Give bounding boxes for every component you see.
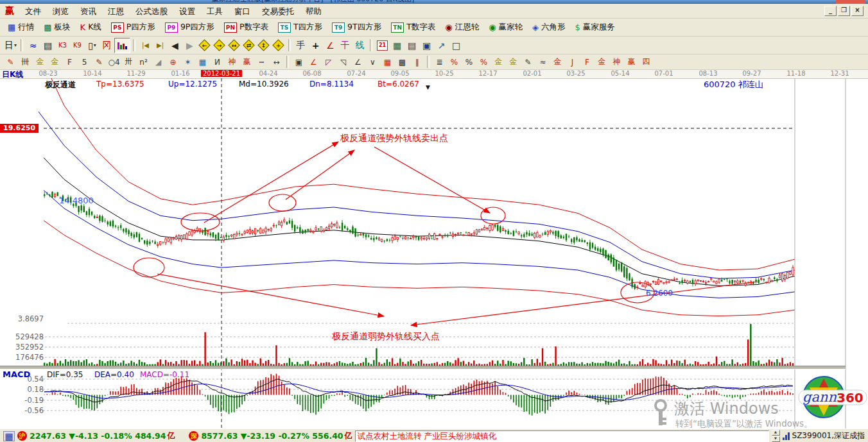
wave-channel-icon[interactable]: ≈ xyxy=(535,56,550,68)
period-day-dropdown[interactable]: 日▾ xyxy=(3,38,18,53)
menu-item-0[interactable]: 文件 xyxy=(19,5,47,17)
n-square-icon[interactable]: n² xyxy=(136,56,151,68)
shen-angle-icon[interactable]: 神 xyxy=(609,56,624,68)
notes-icon[interactable]: ▤ xyxy=(404,38,419,53)
t-number-button[interactable]: TNT数字表 xyxy=(386,21,440,34)
grid-box-icon[interactable]: ▦ xyxy=(195,56,210,68)
t-square-button[interactable]: TST四方形 xyxy=(273,21,327,34)
first-page-icon[interactable]: |◀ xyxy=(138,38,153,53)
cycle-circle-icon[interactable]: ○4 xyxy=(107,56,121,68)
close-button[interactable]: × xyxy=(851,6,864,16)
comb-ruler-icon[interactable]: 卌 xyxy=(18,56,33,68)
last-page-icon[interactable]: ▶| xyxy=(153,38,168,53)
brush-tool-icon[interactable]: ✎ xyxy=(3,56,18,68)
crosshair-icon[interactable]: + xyxy=(308,38,323,53)
restore-button[interactable]: ❐ xyxy=(838,6,850,16)
menu-item-8[interactable]: 交易委托 xyxy=(256,5,300,17)
ying-ruler-icon[interactable]: 赢 xyxy=(239,56,254,68)
next-icon[interactable]: ▶ xyxy=(182,38,197,53)
menu-item-3[interactable]: 江恩 xyxy=(102,5,130,17)
zigzag-lines-icon[interactable]: ∨ xyxy=(365,56,380,68)
fan-box-icon[interactable]: ◹ xyxy=(336,56,351,68)
workstation-icon[interactable]: □ xyxy=(449,38,464,53)
winner-wheel-button[interactable]: ◉赢家轮 xyxy=(484,21,527,34)
9p-square-button[interactable]: P99P四方形 xyxy=(161,21,219,34)
star-circle-icon[interactable]: ✶ xyxy=(180,56,195,68)
export-icon[interactable]: ↗ xyxy=(434,38,449,53)
zoom-v-diamond-icon[interactable]: ↕ xyxy=(256,38,271,53)
kline-button[interactable]: KK线 xyxy=(76,21,106,34)
pattern-box-icon[interactable]: 冈 xyxy=(100,38,114,53)
circle-cross-icon[interactable]: ⊕ xyxy=(166,56,180,68)
fan-purple-icon[interactable]: ◸ xyxy=(321,56,336,68)
scroll-right-diamond-icon[interactable]: → xyxy=(212,38,227,53)
menu-item-2[interactable]: 资讯 xyxy=(74,5,102,17)
percent-line-icon[interactable]: % xyxy=(447,56,462,68)
f10-info-icon[interactable]: ▤ xyxy=(40,38,55,53)
winner-service-button[interactable]: $赢家服务 xyxy=(570,21,619,34)
gold-angle2-icon[interactable]: 金 xyxy=(595,56,609,68)
gold-ruler1-icon[interactable]: 金 xyxy=(33,56,48,68)
ink-pen-icon[interactable]: ✎ xyxy=(521,56,535,68)
line-tools-icon[interactable]: 线 xyxy=(352,38,367,53)
hexagon-button[interactable]: ◈六角形 xyxy=(528,21,570,34)
shen-ruler-icon[interactable]: 神 xyxy=(225,56,239,68)
grid-red-icon[interactable]: ▦ xyxy=(380,56,395,68)
close-button-sliver[interactable] xyxy=(836,0,865,4)
menu-item-4[interactable]: 公式选股 xyxy=(130,5,173,17)
color-volume-icon[interactable] xyxy=(114,38,130,53)
quote-table-icon[interactable]: ▦ xyxy=(3,431,15,441)
zoom-out-h-diamond-icon[interactable]: ↔ xyxy=(227,38,241,53)
zigzag-pattern-icon[interactable]: ≈ xyxy=(26,38,40,53)
box-measure-icon[interactable]: ▣ xyxy=(291,56,306,68)
tick-ruler-icon[interactable]: 卅 xyxy=(121,56,136,68)
span-arrow-icon[interactable]: ↔ xyxy=(269,56,284,68)
gann-wheel-button[interactable]: ◉江恩轮 xyxy=(440,21,483,34)
bars-9-icon[interactable]: K9 xyxy=(70,38,85,53)
scroll-marker-triangle[interactable]: ▼ xyxy=(426,84,430,90)
menu-item-6[interactable]: 工具 xyxy=(201,5,229,17)
percent-icon[interactable]: % xyxy=(462,56,476,68)
angle-measure-icon[interactable]: ∠ xyxy=(323,38,338,53)
ying-angle-icon[interactable]: 赢 xyxy=(624,56,639,68)
ruler-123-icon[interactable]: ┉ xyxy=(254,56,269,68)
scale-axis-icon[interactable]: ≣ xyxy=(432,56,447,68)
gann-flag-icon[interactable]: 干 xyxy=(338,38,352,53)
gold-line-icon[interactable]: 金 xyxy=(506,56,521,68)
9t-square-button[interactable]: T99T四方形 xyxy=(327,21,386,34)
ticker-spinner[interactable]: ▲▼ xyxy=(772,430,780,442)
save-icon[interactable]: ▣ xyxy=(419,38,434,53)
gold-circle-icon[interactable]: 金 xyxy=(491,56,506,68)
wave-mark-icon[interactable]: И xyxy=(210,56,225,68)
j-angle-icon[interactable]: J xyxy=(565,56,580,68)
zoom-all-diamond-icon[interactable]: + xyxy=(271,38,286,53)
hand-pan-icon[interactable]: 手 xyxy=(293,38,308,53)
spiral-ruler-icon[interactable]: 5 xyxy=(77,56,92,68)
zoom-in-h-diamond-icon[interactable]: ⇄ xyxy=(241,38,256,53)
parallel-lines-icon[interactable]: ∥ xyxy=(410,56,424,68)
si-angle-icon[interactable]: 四 xyxy=(639,56,654,68)
angle-lines-icon[interactable]: ∠ xyxy=(351,56,365,68)
bars-3-icon[interactable]: K3 xyxy=(55,38,70,53)
index-chart-icon[interactable] xyxy=(783,432,790,440)
protractor-icon[interactable]: ◢ xyxy=(151,56,166,68)
pane-separator[interactable] xyxy=(0,366,846,370)
grid-dark-icon[interactable]: ▩ xyxy=(395,56,410,68)
pen-ruler-icon[interactable]: ✎ xyxy=(92,56,107,68)
gold-angle-icon[interactable]: 金 xyxy=(550,56,565,68)
menu-item-5[interactable]: 设置 xyxy=(173,5,201,17)
p-square-button[interactable]: PSP四方形 xyxy=(107,21,160,34)
minimize-button[interactable]: _ xyxy=(824,6,837,16)
chart-plot-area[interactable]: 极反通道 Tp=13.6375 Up=12.1275 Md=10.3926 Dn… xyxy=(0,78,868,429)
menu-item-7[interactable]: 窗口 xyxy=(229,5,256,17)
scroll-left-diamond-icon[interactable]: ← xyxy=(197,38,212,53)
p-number-button[interactable]: PNP数字表 xyxy=(220,21,273,34)
calculator-icon[interactable]: ▦ xyxy=(390,38,404,53)
quotes-button[interactable]: ▦行情 xyxy=(3,21,39,34)
fan-red-icon[interactable]: ∠ xyxy=(306,56,321,68)
menu-item-1[interactable]: 浏览 xyxy=(47,5,74,17)
f-angle-icon[interactable]: F xyxy=(580,56,595,68)
menu-item-9[interactable]: 帮助 xyxy=(300,5,327,17)
percent-red-icon[interactable]: % xyxy=(476,56,491,68)
gold-ruler2-icon[interactable]: 金 xyxy=(48,56,62,68)
